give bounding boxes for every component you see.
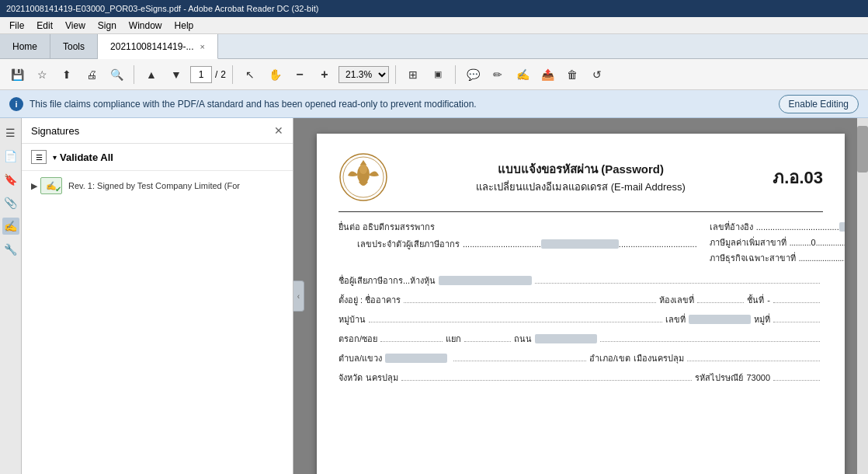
left-icon-panel: ☰ 📄 🔖 📎 ✍ 🔧 <box>0 118 22 474</box>
print-button[interactable]: 🖨 <box>81 64 102 85</box>
pdf-title-en: และเปลี่ยนแปลงอีเมลแอดเดรส (E-mail Addre… <box>401 179 761 195</box>
ref-no-value <box>839 222 845 232</box>
cursor-tool-button[interactable]: ↖ <box>239 64 261 85</box>
floor-line <box>773 292 820 303</box>
tab-home[interactable]: Home <box>0 34 50 58</box>
left-icon-bookmark[interactable]: 🔖 <box>2 171 19 188</box>
hand-tool-button[interactable]: ✋ <box>264 64 286 85</box>
moo-line <box>773 312 820 322</box>
toolbar-sep-4 <box>455 65 456 84</box>
sign-button[interactable]: ✍ <box>512 64 533 85</box>
left-icon-page[interactable]: 📄 <box>2 148 19 165</box>
address-line <box>404 292 656 303</box>
enable-editing-button[interactable]: Enable Editing <box>779 95 859 113</box>
menu-bar: File Edit View Sign Window Help <box>0 17 868 34</box>
taxpayer-name-row: ชื่อผู้เสียภาษีอากร...ห้างหุ้น <box>339 273 823 288</box>
main-area: ☰ 📄 🔖 📎 ✍ 🔧 Signatures ✕ ☰ ▾ Validate Al… <box>0 118 868 474</box>
postal-value: 73000 <box>746 373 770 382</box>
lot-label: เลขที่ <box>665 312 686 326</box>
menu-help[interactable]: Help <box>168 19 200 33</box>
pdf-scrollbar-thumb[interactable] <box>857 126 868 173</box>
road-value <box>535 334 597 343</box>
page-number-input[interactable] <box>190 66 212 83</box>
district-label: อำเภอ/เขต <box>589 351 630 365</box>
subdistrict-value <box>385 354 447 363</box>
share-button[interactable]: 📤 <box>536 64 558 85</box>
zoom-select[interactable]: 21.3% <box>339 66 389 83</box>
pdf-viewer[interactable]: ‹ <box>293 118 868 474</box>
tab-home-label: Home <box>12 41 37 52</box>
address-row: ตั้งอยู่ : ชื่ออาคาร ห้องเลขที่ ชั้นที่ … <box>339 292 823 307</box>
moo-label: หมู่ที่ <box>754 312 770 326</box>
room-line <box>697 292 744 303</box>
comment-button[interactable]: 💬 <box>462 64 484 85</box>
pdf-form-code: ภ.อ.03 <box>761 164 823 191</box>
province-value: นครปลุม <box>366 371 398 385</box>
left-icon-sign[interactable]: ✍ <box>2 218 19 235</box>
page-nav: / 2 <box>190 66 226 83</box>
pdf-scrollbar[interactable] <box>857 118 868 474</box>
menu-view[interactable]: View <box>59 19 92 33</box>
ref-no-label: เลขที่อ้างอิง <box>710 220 753 234</box>
postal-line <box>773 370 820 381</box>
sidebar-close-button[interactable]: ✕ <box>274 124 283 137</box>
pdf-page: แบบแจ้งขอรหัสผ่าน (Password) และเปลี่ยนแ… <box>317 134 845 474</box>
left-icon-nav[interactable]: ☰ <box>2 124 19 141</box>
mooban-row: หมู่บ้าน เลขที่ หมู่ที่ <box>339 312 823 326</box>
left-icon-attach[interactable]: 📎 <box>2 194 19 211</box>
validate-all-row[interactable]: ☰ ▾ Validate All <box>22 144 293 171</box>
taxpayer-id-label: เลขประจำตัวผู้เสียภาษีอากร <box>357 237 460 251</box>
fit-width-button[interactable]: ▣ <box>427 64 449 85</box>
upload-button[interactable]: ⬆ <box>56 64 78 85</box>
subdistrict-line <box>453 350 586 361</box>
tab-active-label: 20211008141419-... <box>110 41 193 52</box>
menu-edit[interactable]: Edit <box>30 19 59 33</box>
taxpayer-name-line <box>535 273 820 284</box>
info-bar: i This file claims compliance with the P… <box>0 90 868 118</box>
zoom-out-button[interactable]: − <box>289 64 311 85</box>
street-row: ตรอก/ซอย แยก ถนน <box>339 331 823 346</box>
sidebar-collapse-handle[interactable]: ‹ <box>293 281 304 312</box>
tab-close-icon[interactable]: × <box>200 42 204 51</box>
submit-to-label: ยื่นต่อ อธิบดีกรมสรรพากร <box>339 220 435 234</box>
pdf-submit-row: ยื่นต่อ อธิบดีกรมสรรพากร เลขประจำตัวผู้เ… <box>339 220 823 267</box>
subdistrict-label: ตำบล/แขวง <box>339 351 382 365</box>
page-up-button[interactable]: ▲ <box>141 64 162 85</box>
subdistrict-row: ตำบล/แขวง อำเภอ/เขต เมืองนครปลุม <box>339 350 823 365</box>
biz-label: ภาษีธุรกิจเฉพาะสาขาที่ <box>710 251 796 265</box>
validate-all-label: Validate All <box>60 152 113 163</box>
fit-button[interactable]: ⊞ <box>402 64 424 85</box>
signature-item-1[interactable]: ▶ ✍ ✔ Rev. 1: Signed by Test Company Lim… <box>22 171 293 200</box>
pdf-title-th: แบบแจ้งขอรหัสผ่าน (Password) <box>401 160 761 179</box>
title-bar: 20211008141419-E03000_POR03-eSigns.pdf -… <box>0 0 868 17</box>
province-label: จังหวัด <box>339 371 363 385</box>
tab-active-doc[interactable]: 20211008141419-... × <box>98 34 218 59</box>
street-line <box>380 331 443 342</box>
mooban-line <box>369 312 662 322</box>
signature-icon: ✍ ✔ <box>40 177 62 194</box>
info-message: This file claims compliance with the PDF… <box>30 99 773 110</box>
page-sep: / <box>215 69 217 80</box>
rotate-button[interactable]: ↺ <box>586 64 608 85</box>
menu-file[interactable]: File <box>3 19 30 33</box>
room-label: ห้องเลขที่ <box>659 293 694 307</box>
zoom-glass-button[interactable]: 🔍 <box>106 64 127 85</box>
pdf-right-col: เลขที่อ้างอิง ..........................… <box>710 220 845 267</box>
left-icon-tools[interactable]: 🔧 <box>2 241 19 258</box>
sidebar-title: Signatures <box>31 125 79 137</box>
delete-button[interactable]: 🗑 <box>561 64 583 85</box>
zoom-in-button[interactable]: + <box>314 64 335 85</box>
menu-sign[interactable]: Sign <box>92 19 123 33</box>
save-button[interactable]: 💾 <box>6 64 28 85</box>
pen-button[interactable]: ✏ <box>487 64 509 85</box>
page-down-button[interactable]: ▼ <box>165 64 187 85</box>
tab-bar: Home Tools 20211008141419-... × <box>0 34 868 59</box>
pdf-divider <box>339 211 823 212</box>
taxpayer-name-label: ชื่อผู้เสียภาษีอากร...ห้างหุ้น <box>339 274 436 288</box>
tab-tools[interactable]: Tools <box>50 34 98 58</box>
info-icon: i <box>9 97 23 111</box>
toolbar: 💾 ☆ ⬆ 🖨 🔍 ▲ ▼ / 2 ↖ ✋ − + 21.3% ⊞ ▣ 💬 ✏ … <box>0 59 868 90</box>
bookmark-button[interactable]: ☆ <box>31 64 53 85</box>
signatures-panel: Signatures ✕ ☰ ▾ Validate All ▶ ✍ ✔ Rev.… <box>22 118 293 474</box>
menu-window[interactable]: Window <box>123 19 168 33</box>
